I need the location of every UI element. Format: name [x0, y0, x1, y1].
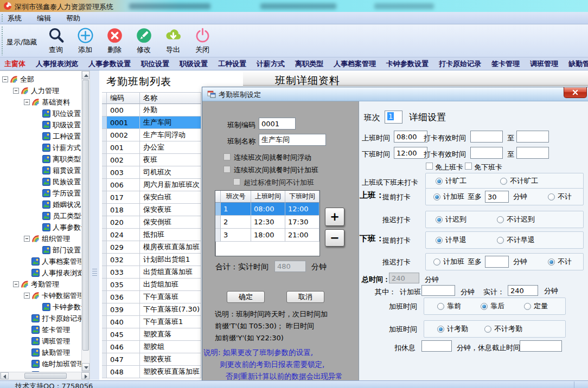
skip-out-checkbox[interactable] [465, 163, 472, 170]
tab-人事参数设置[interactable]: 人事参数设置 [88, 59, 131, 69]
tree-item-人事档案管理[interactable]: 人事档案管理 [0, 256, 81, 267]
scroll-left-button[interactable] [1, 372, 9, 379]
tree-item-缺勤管理[interactable]: 缺勤管理 [0, 347, 81, 358]
tree-vertical-scrollbar[interactable] [81, 70, 90, 372]
tab-人事报表浏览[interactable]: 人事报表浏览 [36, 59, 78, 69]
start-time-input[interactable] [394, 131, 427, 143]
tree-item-组织管理[interactable]: 组织管理 [0, 233, 81, 244]
toolbar-button-修改[interactable]: 修改 [129, 27, 158, 56]
shift-name-input[interactable] [259, 134, 326, 146]
tab-职位设置[interactable]: 职位设置 [141, 59, 169, 69]
table-row[interactable]: 047塑胶夜班 [102, 353, 202, 366]
tab-工种设置[interactable]: 工种设置 [218, 59, 246, 69]
ok-button[interactable]: 确定 [227, 291, 265, 303]
radio-option[interactable]: 计旷工 [436, 176, 466, 186]
radio-icon[interactable] [497, 237, 504, 244]
tree-item-考勤管理[interactable]: 考勤管理 [0, 279, 81, 290]
table-row[interactable]: 048塑胶夜班直落加班 [102, 366, 202, 378]
scrollbar-thumb[interactable] [82, 80, 89, 351]
scroll-right-button[interactable] [81, 372, 90, 379]
radio-icon[interactable] [437, 326, 444, 333]
tab-打卡原始记录[interactable]: 打卡原始记录 [439, 59, 481, 69]
menu-item-编辑[interactable]: 编辑 [37, 14, 51, 22]
tree-item-人力管理[interactable]: 人力管理 [0, 85, 81, 96]
tab-卡钟参数设置[interactable]: 卡钟参数设置 [386, 59, 429, 69]
tree-horizontal-scrollbar[interactable] [0, 372, 90, 380]
valid-from-input-2[interactable] [470, 147, 503, 159]
shift-code-input[interactable] [259, 118, 296, 130]
tree-expander-icon[interactable] [24, 236, 30, 242]
tab-缺勤管理[interactable]: 缺勤管理 [568, 59, 588, 69]
menu-item-帮助[interactable]: 帮助 [66, 14, 80, 22]
table-row[interactable]: 035出货组加班 [102, 279, 202, 291]
dialog-title-bar[interactable]: 考勤班制设定 [202, 87, 588, 101]
tree-item-签卡管理[interactable]: 签卡管理 [0, 324, 81, 335]
tree-expander-icon[interactable] [13, 281, 19, 287]
tree-expander-icon[interactable] [13, 88, 19, 94]
tree-item-临时加班管理[interactable]: 临时加班管理 [0, 358, 81, 370]
shift-table-row[interactable]: 212:3017:30 [215, 216, 319, 229]
tab-职级设置[interactable]: 职级设置 [180, 59, 208, 69]
over-standard-checkbox[interactable] [233, 178, 240, 185]
toolbar-button-关闭[interactable]: 关闭 [188, 27, 217, 56]
table-row[interactable]: 001办公室 [102, 141, 202, 154]
radio-option[interactable]: 不计考勤 [484, 324, 522, 334]
remove-shift-button[interactable]: − [325, 229, 344, 247]
rest-cutoff-input[interactable] [520, 340, 562, 352]
radio-option[interactable]: 计早退 [436, 235, 466, 245]
tree-item-籍贯设置[interactable]: 籍贯设置 [0, 165, 81, 176]
meal-overtime-checkbox[interactable] [223, 166, 231, 173]
tree-item-职级设置[interactable]: 职级设置 [0, 119, 81, 131]
radio-option[interactable]: 不计早退 [497, 235, 535, 245]
tree-item-基础资料[interactable]: 基础资料 [0, 96, 81, 108]
radio-option[interactable]: 计加班 [433, 257, 464, 267]
table-row[interactable]: 024抵扣班 [102, 229, 202, 241]
radio-icon[interactable] [548, 193, 555, 201]
radio-option[interactable]: 不计 [548, 192, 572, 202]
tree-item-打卡原始记录[interactable]: 打卡原始记录 [0, 313, 81, 324]
radio-icon[interactable] [524, 303, 531, 310]
tree-item-部门设置[interactable]: 部门设置 [0, 244, 81, 256]
skip-in-checkbox[interactable] [426, 163, 433, 170]
table-row[interactable]: 018保安夜班 [102, 204, 202, 216]
table-row[interactable]: 045塑胶直落 [102, 328, 202, 341]
end-time-input[interactable] [394, 147, 427, 159]
column-header-end[interactable]: 下班时间 [285, 191, 319, 203]
table-row[interactable]: 040下午直落班1 [102, 316, 202, 328]
tree-item-离职类型[interactable]: 离职类型 [0, 153, 81, 165]
radio-option[interactable]: 不计迟到 [497, 215, 535, 224]
tree-item-工种设置[interactable]: 工种设置 [0, 131, 81, 142]
tab-人事档案管理[interactable]: 人事档案管理 [334, 59, 376, 69]
toolbar-button-删除[interactable]: 删除 [100, 27, 129, 56]
radio-icon[interactable] [433, 258, 440, 266]
table-row[interactable]: 020保安倒班 [102, 216, 202, 229]
radio-icon[interactable] [436, 216, 443, 223]
table-row[interactable]: 046塑胶组 [102, 341, 202, 353]
scroll-up-button[interactable] [82, 71, 90, 79]
radio-option[interactable]: 计迟到 [436, 215, 466, 224]
table-row[interactable]: 000外勤 [102, 104, 202, 117]
tab-主窗体[interactable]: 主窗体 [4, 59, 25, 69]
toolbar-button-添加[interactable]: 添加 [71, 27, 100, 56]
table-row[interactable]: 002夜班 [102, 154, 202, 166]
radio-icon[interactable] [437, 303, 444, 310]
scroll-down-button[interactable] [82, 363, 90, 371]
radio-option[interactable]: 定量 [524, 301, 548, 311]
tab-计薪方式[interactable]: 计薪方式 [257, 59, 285, 69]
menu-item-系统[interactable]: 系统 [8, 14, 22, 22]
tree-item-卡钟参数设[interactable]: 卡钟参数设 [0, 301, 81, 313]
valid-from-input-1[interactable] [470, 131, 503, 143]
shift-table-row[interactable]: 108:0012:00 [215, 203, 319, 216]
tree-item-卡钟数据管理[interactable]: 卡钟数据管理 [0, 290, 81, 301]
table-row[interactable]: 029模房夜班直落加班 [102, 241, 202, 254]
radio-icon[interactable] [500, 178, 507, 185]
tree-expander-icon[interactable] [24, 99, 30, 105]
tree-item-学历设置[interactable]: 学历设置 [0, 187, 81, 199]
radio-icon[interactable] [433, 193, 440, 201]
radio-option[interactable]: 计考勤 [437, 324, 468, 334]
tree-item-人事报表浏览[interactable]: 人事报表浏览 [0, 267, 81, 279]
radio-option[interactable]: 靠前 [437, 301, 461, 311]
add-shift-button[interactable]: + [325, 208, 344, 226]
tree-item-婚姻状况[interactable]: 婚姻状况 [0, 199, 81, 210]
valid-to-input-1[interactable] [516, 131, 549, 143]
